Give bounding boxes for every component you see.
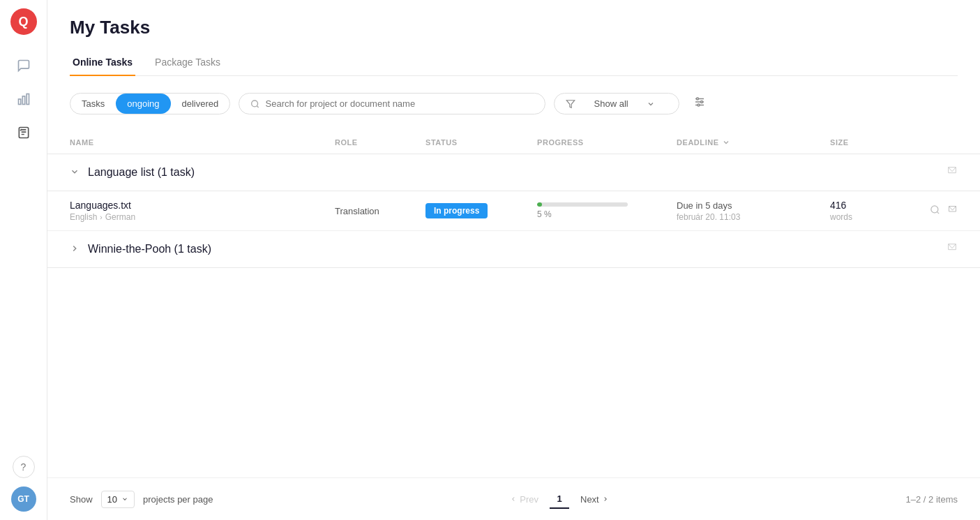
per-page-value: 10 <box>107 494 117 505</box>
show-label: Show <box>70 494 93 505</box>
svg-point-11 <box>698 104 700 106</box>
table-header: NAME ROLE STATUS PROGRESS DEADLINE SIZE <box>47 131 980 154</box>
group-row-language-list[interactable]: Language list (1 task) <box>47 154 980 191</box>
task-search-icon[interactable] <box>930 205 940 218</box>
app-logo[interactable]: Q <box>10 8 37 35</box>
pagination: Show 10 projects per page Prev 1 Next 1–… <box>47 477 980 520</box>
sliders-icon <box>693 96 706 108</box>
prev-page-button[interactable]: Prev <box>504 491 544 507</box>
search-input[interactable] <box>266 98 534 109</box>
search-box <box>239 93 545 114</box>
progress-text: 5 % <box>537 209 677 219</box>
chart-icon[interactable] <box>10 85 38 113</box>
table-row: Languages.txt English › German Translati… <box>47 191 980 231</box>
toolbar: Tasks ongoing delivered Show all <box>47 76 980 131</box>
col-header-role: ROLE <box>335 138 425 147</box>
group-message-icon-2[interactable] <box>947 242 958 256</box>
col-header-progress: PROGRESS <box>537 138 677 147</box>
task-language-pair: English › German <box>70 212 335 222</box>
lang-to: German <box>105 212 135 222</box>
chevron-down-icon <box>647 100 655 108</box>
current-page-number: 1 <box>550 489 569 509</box>
per-page-chevron <box>121 496 128 503</box>
svg-point-12 <box>931 205 938 212</box>
task-filename: Languages.txt <box>70 200 335 211</box>
tasks-icon[interactable] <box>10 119 38 147</box>
group-title-language-list: Language list (1 task) <box>88 166 195 179</box>
svg-point-9 <box>697 98 699 100</box>
lang-arrow-icon: › <box>100 214 102 221</box>
show-all-label: Show all <box>594 98 628 109</box>
svg-rect-1 <box>22 96 24 105</box>
col-header-size: SIZE <box>830 138 958 147</box>
col-header-name: NAME <box>70 138 335 147</box>
search-icon <box>250 99 259 109</box>
help-icon[interactable]: ? <box>13 456 35 478</box>
filter-ongoing-btn[interactable]: ongoing <box>116 94 170 114</box>
user-avatar[interactable]: GT <box>11 486 36 512</box>
per-page-suffix: projects per page <box>143 494 213 505</box>
filter-icon <box>566 99 575 109</box>
table-area: NAME ROLE STATUS PROGRESS DEADLINE SIZE … <box>47 131 980 477</box>
task-name-col: Languages.txt English › German <box>70 200 335 222</box>
size-number: 416 <box>830 200 852 211</box>
sort-arrow-icon <box>722 138 730 147</box>
task-deadline-col: Due in 5 days február 20. 11:03 <box>677 200 830 222</box>
lang-from: English <box>70 212 97 222</box>
group-row-winnie[interactable]: Winnie-the-Pooh (1 task) <box>47 231 980 268</box>
status-badge: In progress <box>425 203 488 218</box>
header: My Tasks Online Tasks Package Tasks <box>47 0 980 76</box>
group-expand-icon <box>70 167 80 179</box>
page-title: My Tasks <box>70 17 958 38</box>
deadline-date: február 20. 11:03 <box>677 212 830 222</box>
items-summary: 1–2 / 2 items <box>906 494 958 505</box>
main-content: My Tasks Online Tasks Package Tasks Task… <box>47 0 980 520</box>
task-actions <box>930 205 958 218</box>
filter-tasks-btn[interactable]: Tasks <box>70 94 116 114</box>
svg-rect-2 <box>27 94 29 105</box>
task-message-icon[interactable] <box>947 205 958 218</box>
task-size-actions: 416 words <box>830 200 958 222</box>
filter-delivered-btn[interactable]: delivered <box>171 94 230 114</box>
svg-point-4 <box>252 101 258 107</box>
group-message-icon[interactable] <box>947 165 958 179</box>
group-expand-icon-2 <box>70 244 80 255</box>
pagination-nav: Prev 1 Next <box>504 489 614 509</box>
deadline-due: Due in 5 days <box>677 200 830 211</box>
progress-bar-fill <box>537 202 542 207</box>
task-progress-col: 5 % <box>537 202 677 219</box>
task-filter-group: Tasks ongoing delivered <box>70 93 230 114</box>
svg-point-10 <box>701 101 703 103</box>
task-role: Translation <box>335 206 425 216</box>
next-page-button[interactable]: Next <box>575 491 615 507</box>
svg-rect-0 <box>18 99 20 105</box>
group-title-winnie: Winnie-the-Pooh (1 task) <box>88 243 211 255</box>
tab-package-tasks[interactable]: Package Tasks <box>152 50 223 76</box>
col-header-status: STATUS <box>425 138 537 147</box>
size-col: 416 words <box>830 200 852 222</box>
chat-icon[interactable] <box>10 52 38 80</box>
tab-online-tasks[interactable]: Online Tasks <box>70 50 135 76</box>
size-unit: words <box>830 212 852 222</box>
col-header-deadline[interactable]: DEADLINE <box>677 138 830 147</box>
svg-marker-5 <box>566 100 575 107</box>
chevron-left-icon <box>510 496 517 503</box>
show-all-button[interactable]: Show all <box>554 93 679 114</box>
tabs: Online Tasks Package Tasks <box>70 50 958 76</box>
sidebar: Q ? GT <box>0 0 47 520</box>
task-status: In progress <box>425 203 537 218</box>
chevron-right-icon <box>602 496 609 503</box>
per-page-select[interactable]: 10 <box>101 491 135 508</box>
progress-bar-bg <box>537 202 628 207</box>
filter-settings-button[interactable] <box>688 90 711 117</box>
sidebar-bottom: ? GT <box>11 456 36 512</box>
